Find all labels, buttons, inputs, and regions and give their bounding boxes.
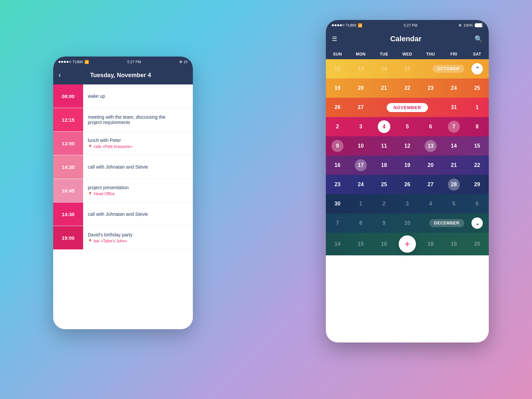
cal-cell[interactable]: 20 [349, 85, 372, 91]
cal-cell[interactable]: 27 [349, 104, 372, 110]
cal-cell[interactable]: 3 [349, 124, 372, 130]
cal-cell[interactable]: 18 [419, 241, 442, 247]
cal-cell[interactable]: 22 [466, 162, 489, 168]
chevron-up-cell[interactable]: ⌃ [466, 63, 489, 74]
cal-cell[interactable]: 2 [326, 124, 349, 130]
add-event-button[interactable]: + [399, 235, 416, 253]
cal-cell-selected-9[interactable]: 9 [326, 140, 349, 152]
cal-cell[interactable]: 30 [326, 201, 349, 207]
cal-cell[interactable]: 23 [419, 85, 442, 91]
event-row[interactable]: 16:45 project presentation 📍 Head Office [53, 179, 193, 202]
cal-row-oct2: 19 20 21 22 23 24 25 [326, 78, 489, 98]
event-time-2: 13:00 [53, 132, 83, 155]
cal-cell-selected-28[interactable]: 28 [442, 179, 466, 191]
cal-cell[interactable]: 14 [326, 241, 349, 247]
signal-dot-4 [66, 61, 68, 63]
event-row[interactable]: 14:30 call with Johnatan and Stevie [53, 155, 193, 179]
search-button[interactable]: 🔍 [474, 35, 483, 43]
chevron-up-button[interactable]: ⌃ [471, 63, 483, 74]
event-content-6: David's birthday party 📍 bar «Tailor's J… [83, 226, 193, 249]
cal-cell[interactable]: 20 [419, 162, 442, 168]
fab-cell[interactable]: + [396, 235, 419, 253]
cal-cell[interactable]: 21 [372, 85, 396, 91]
event-row[interactable]: 19:00 David's birthday party 📍 bar «Tail… [53, 226, 193, 250]
cal-cell[interactable]: 16 [372, 241, 396, 247]
cal-cell[interactable]: 18 [372, 162, 396, 168]
cal-cell[interactable]: 20 [466, 241, 489, 247]
cal-cell[interactable]: 25 [466, 85, 489, 91]
event-row[interactable]: 14:30 call with Johnatan and Stevie [53, 202, 193, 226]
october-label-cell: OCTOBER [419, 65, 466, 73]
day-mon: MON [349, 49, 372, 59]
cal-cell[interactable]: 12 [326, 66, 349, 72]
cal-row-nov-label: 26 27 NOVEMBER 31 1 [326, 98, 489, 117]
cal-cell[interactable]: 27 [419, 182, 442, 188]
cal-cell[interactable]: 19 [396, 162, 419, 168]
pin-icon-2: 📍 [88, 145, 92, 149]
october-badge: OCTOBER [433, 65, 464, 73]
cal-row-nov1: 2 3 4 5 6 7 8 [326, 117, 489, 136]
cal-cell[interactable]: 24 [349, 182, 372, 188]
cal-cell[interactable]: 22 [396, 85, 419, 91]
cal-cell[interactable]: 7 [326, 220, 349, 226]
cal-cell[interactable]: 12 [396, 143, 419, 149]
cal-cell[interactable]: 26 [396, 182, 419, 188]
day-sat: SAT [466, 49, 489, 59]
cal-cell[interactable]: 24 [442, 85, 466, 91]
cal-cell[interactable]: 6 [419, 124, 442, 130]
cal-cell-selected-13[interactable]: 13 [419, 140, 442, 152]
cal-cell[interactable]: 31 [442, 104, 466, 110]
event-content-1: meeting with the team, discussing thepro… [83, 108, 193, 131]
cal-cell[interactable]: 1 [349, 201, 372, 207]
cal-cell[interactable]: 26 [326, 104, 349, 110]
nav-bar-right: ☰ Calendar 🔍 [326, 31, 489, 49]
r-dot-3 [337, 24, 339, 26]
cal-row-dec1: 30 1 2 3 4 5 6 [326, 194, 489, 213]
event-time-4: 16:45 [53, 179, 83, 202]
event-title-2: lunch with Peter [88, 138, 188, 143]
december-badge: DECEMBER [429, 219, 464, 227]
cal-cell[interactable]: 1 [466, 104, 489, 110]
day-thu: THU [419, 49, 442, 59]
cal-cell[interactable]: 15 [396, 66, 419, 72]
cal-cell[interactable]: 3 [396, 201, 419, 207]
menu-button[interactable]: ☰ [332, 35, 337, 43]
cal-cell[interactable]: 14 [442, 143, 466, 149]
cal-cell-selected-7[interactable]: 7 [442, 121, 466, 133]
cal-cell[interactable]: 13 [349, 66, 372, 72]
signal-dot-1 [59, 61, 61, 63]
chevron-down-cell[interactable]: ⌄ [466, 217, 489, 229]
cal-cell[interactable]: 5 [442, 201, 466, 207]
cal-cell[interactable]: 21 [442, 162, 466, 168]
cal-cell[interactable]: 9 [372, 220, 396, 226]
cal-cell[interactable]: 10 [396, 220, 419, 226]
cal-cell[interactable]: 19 [326, 85, 349, 91]
cal-cell[interactable]: 19 [442, 241, 466, 247]
event-row[interactable]: 12:15 meeting with the team, discussing … [53, 108, 193, 132]
battery-right: 100% [464, 23, 473, 27]
cal-cell-selected-17[interactable]: 17 [349, 159, 372, 171]
cal-cell[interactable]: 6 [466, 201, 489, 207]
cal-cell[interactable]: 2 [372, 201, 396, 207]
cal-row-nov2: 9 10 11 12 13 14 15 [326, 136, 489, 156]
cal-cell[interactable]: 16 [326, 162, 349, 168]
cal-cell[interactable]: 15 [466, 143, 489, 149]
event-row[interactable]: 08:00 wake up [53, 84, 193, 108]
cal-row-nov4: 23 24 25 26 27 28 29 [326, 175, 489, 194]
back-button[interactable]: ‹ [59, 71, 61, 79]
r-dot-5 [342, 24, 344, 26]
cal-cell[interactable]: 5 [396, 124, 419, 130]
cal-cell[interactable]: 23 [326, 182, 349, 188]
cal-cell[interactable]: 4 [419, 201, 442, 207]
cal-cell-selected-4[interactable]: 4 [372, 120, 396, 133]
chevron-down-button[interactable]: ⌄ [471, 217, 483, 229]
cal-cell[interactable]: 10 [349, 143, 372, 149]
cal-cell[interactable]: 11 [372, 143, 396, 149]
cal-cell[interactable]: 15 [349, 241, 372, 247]
cal-cell[interactable]: 29 [466, 182, 489, 188]
cal-cell[interactable]: 8 [466, 124, 489, 130]
cal-cell[interactable]: 14 [372, 66, 396, 72]
event-row[interactable]: 13:00 lunch with Peter 📍 cafe «Petit bra… [53, 132, 193, 155]
cal-cell[interactable]: 25 [372, 182, 396, 188]
cal-cell[interactable]: 8 [349, 220, 372, 226]
